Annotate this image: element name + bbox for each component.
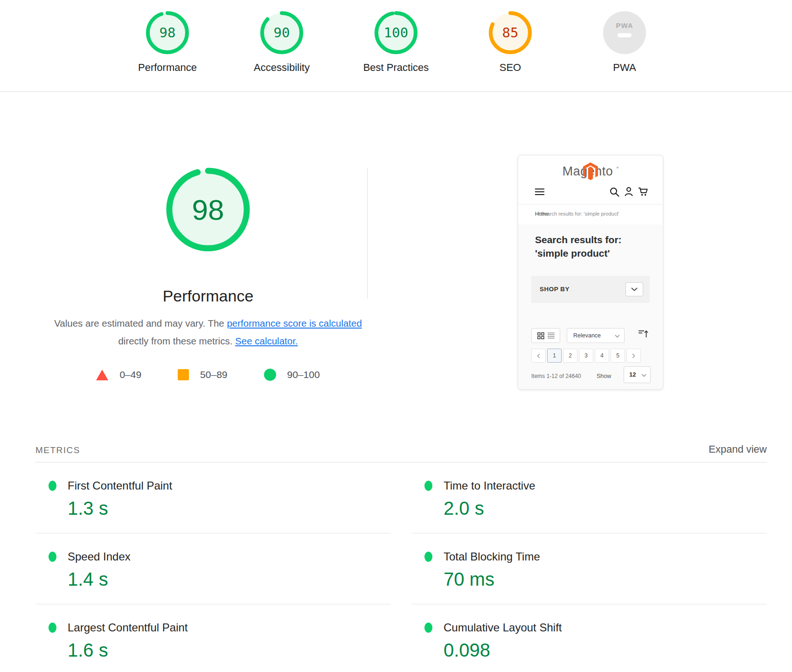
fail-triangle-icon <box>96 370 108 380</box>
view-mode-toggle <box>531 328 560 343</box>
pass-circle-icon <box>264 369 276 381</box>
see-calculator-link[interactable]: See calculator. <box>235 336 298 346</box>
metrics-grid: First Contentful Paint 1.3 s Speed Index… <box>35 462 767 672</box>
metrics-header: METRICS Expand view <box>35 434 767 455</box>
breadcrumb-current: Search results for: 'simple product' <box>541 211 619 217</box>
legend-range: 90–100 <box>287 369 320 380</box>
pagination-page: 4 <box>595 349 609 363</box>
metric-value: 1.4 s <box>68 569 391 590</box>
score-description: Values are estimated and may vary. The p… <box>45 315 371 350</box>
metric-pass-dot-icon <box>424 623 432 633</box>
account-icon <box>625 187 633 196</box>
hamburger-menu-icon <box>535 188 544 196</box>
metric-pass-dot-icon <box>49 552 56 562</box>
show-count-value: 12 <box>629 371 636 378</box>
accessibility-gauge: 90 <box>259 10 304 55</box>
metric-row: Largest Contentful Paint 1.6 s <box>35 604 391 672</box>
metric-value: 70 ms <box>444 569 767 590</box>
metrics-column-right: Time to Interactive 2.0 s Total Blocking… <box>411 462 767 672</box>
category-pwa[interactable]: PWA PWA <box>590 10 660 91</box>
pwa-badge-text: PWA <box>603 21 646 29</box>
legend-range: 0–49 <box>119 369 141 380</box>
breadcrumb: Home / Search results for: 'simple produ… <box>535 211 541 217</box>
cart-icon <box>638 187 648 196</box>
metric-name: First Contentful Paint <box>68 479 172 492</box>
heading-line-1: Search results for: <box>535 233 622 246</box>
category-seo[interactable]: 85 SEO <box>475 10 545 91</box>
category-score: 98 <box>145 10 190 55</box>
metric-pass-dot-icon <box>49 623 56 633</box>
sort-select-value: Relevance <box>573 332 601 339</box>
chevron-down-icon <box>641 374 646 377</box>
category-score: 85 <box>488 10 533 55</box>
metric-name: Cumulative Layout Shift <box>444 621 562 634</box>
metric-pass-dot-icon <box>424 552 432 562</box>
metric-row: Speed Index 1.4 s <box>35 533 391 604</box>
page-screenshot-card: Magento Home / Search results for: 'si <box>518 155 663 390</box>
list-view-icon <box>548 332 555 339</box>
shop-by-label: SHOP BY <box>540 286 570 293</box>
chevron-down-icon <box>615 335 620 338</box>
sort-select: Relevance <box>567 328 625 343</box>
legend-item-pass: 90–100 <box>264 369 320 381</box>
category-score: 100 <box>374 10 418 55</box>
metric-row: First Contentful Paint 1.3 s <box>35 462 391 533</box>
magento-logo: Magento <box>518 161 663 182</box>
pagination: 1 2 3 4 5 <box>531 349 641 363</box>
category-score: 90 <box>259 10 304 55</box>
category-label: SEO <box>500 62 521 74</box>
breadcrumb-separator: / <box>538 211 539 217</box>
metric-name: Time to Interactive <box>444 479 535 492</box>
show-count-select: 12 <box>624 366 651 383</box>
score-legend: 0–49 50–89 90–100 <box>26 369 390 381</box>
category-label: Performance <box>138 62 197 74</box>
metric-row: Total Blocking Time 70 ms <box>411 533 767 604</box>
chevron-down-icon <box>631 287 638 291</box>
metric-pass-dot-icon <box>424 481 432 491</box>
performance-section: 98 Performance Values are estimated and … <box>0 92 792 434</box>
metric-value: 2.0 s <box>444 498 767 519</box>
grid-view-icon <box>537 332 544 339</box>
pagination-prev-icon <box>531 349 546 363</box>
metric-value: 1.3 s <box>68 498 391 519</box>
sort-direction-icon <box>639 330 649 338</box>
metric-name: Total Blocking Time <box>444 550 540 563</box>
metrics-title: METRICS <box>35 445 80 455</box>
metric-value: 0.098 <box>444 640 767 661</box>
shop-by-bar: SHOP BY <box>531 276 650 303</box>
category-label: Best Practices <box>363 62 429 74</box>
metric-value: 1.6 s <box>68 640 391 661</box>
pagination-page: 3 <box>579 349 593 363</box>
score-summary-bar: 98 Performance 90 Accessibility 100 <box>0 0 792 92</box>
metric-name: Speed Index <box>68 550 131 563</box>
metrics-section: METRICS Expand view First Contentful Pai… <box>0 434 792 672</box>
expand-view-button[interactable]: Expand view <box>709 443 767 455</box>
legend-item-fail: 0–49 <box>96 369 141 380</box>
items-count-text: Items 1-12 of 24640 <box>531 373 581 379</box>
seo-gauge: 85 <box>488 10 533 55</box>
best-practices-gauge: 100 <box>374 10 418 55</box>
category-accessibility[interactable]: 90 Accessibility <box>247 10 317 91</box>
metric-pass-dot-icon <box>49 481 56 491</box>
main-performance-gauge: 98 <box>165 167 251 252</box>
calculation-link[interactable]: performance score is calculated <box>227 318 361 329</box>
average-square-icon <box>178 369 189 380</box>
shop-by-toggle-button <box>625 282 643 296</box>
metric-name: Largest Contentful Paint <box>68 621 188 634</box>
category-performance[interactable]: 98 Performance <box>132 10 202 91</box>
search-results-heading: Search results for: 'simple product' <box>535 233 622 260</box>
legend-item-average: 50–89 <box>178 369 227 380</box>
pagination-page-current: 1 <box>547 349 562 363</box>
category-label: Accessibility <box>254 62 310 74</box>
pwa-badge: PWA <box>602 10 647 55</box>
pwa-dash-icon <box>618 33 632 37</box>
pagination-next-icon <box>626 349 641 363</box>
category-best-practices[interactable]: 100 Best Practices <box>361 10 431 91</box>
heading-line-2: 'simple product' <box>535 246 622 260</box>
lighthouse-report: 98 Performance 90 Accessibility 100 <box>0 0 792 672</box>
category-label: PWA <box>613 62 636 74</box>
screenshot-divider <box>518 204 663 204</box>
performance-score-block: 98 Performance Values are estimated and … <box>26 167 390 381</box>
metric-row: Cumulative Layout Shift 0.098 <box>411 604 767 672</box>
show-label: Show <box>597 373 611 379</box>
